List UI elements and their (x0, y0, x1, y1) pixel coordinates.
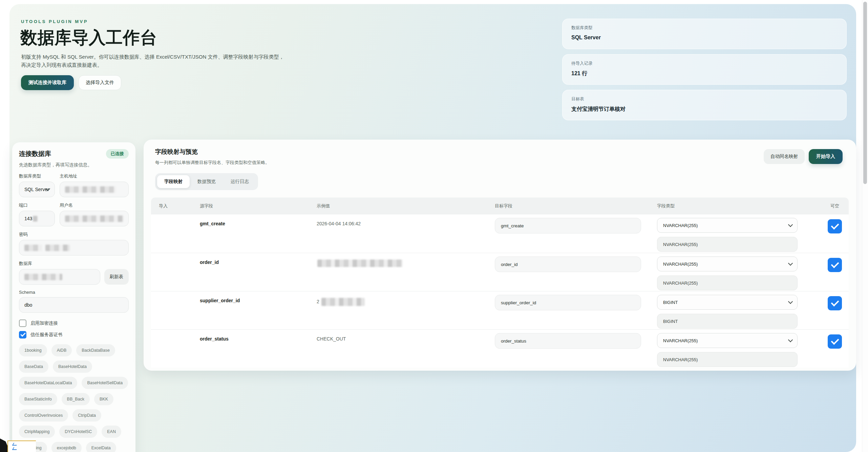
field-type-select[interactable]: NVARCHAR(255) (657, 333, 798, 348)
table-row: order_id order_id NVARCHAR(255) NVARCHAR… (151, 253, 849, 291)
sample-value: CHECK_OUT (317, 336, 346, 342)
db-type-select[interactable]: SQL Server (19, 182, 55, 197)
schema-input[interactable]: dbo (19, 297, 129, 313)
port-input[interactable]: 143 (19, 211, 55, 226)
table-name-chip[interactable]: BackDataBase (76, 344, 115, 356)
stat-label: 目标表 (571, 96, 838, 102)
app-eyebrow: UTOOLS PLUGIN MVP (21, 19, 88, 24)
auto-map-button[interactable]: 自动同名映射 (764, 149, 805, 164)
tab[interactable]: 字段映射 (157, 175, 190, 188)
scrollbar-track[interactable] (862, 0, 868, 452)
database-input[interactable] (19, 269, 100, 285)
tab[interactable]: 数据预览 (190, 175, 223, 188)
panel-title: 字段映射与预览 (155, 148, 270, 156)
check-icon (831, 298, 839, 306)
field-type-select[interactable]: NVARCHAR(255) (657, 218, 798, 233)
corner-glyph-icon (12, 447, 18, 450)
table-body: gmt_create 2026-04-04 14:06:42 gmt_creat… (151, 214, 849, 368)
stat-label: 数据库类型 (571, 25, 838, 31)
stat-card: 目标表 支付宝清明节订单核对 (562, 90, 847, 120)
page-background: UTOOLS PLUGIN MVP 数据库导入工作台 初版支持 MySQL 和 … (9, 4, 856, 452)
field-type-value: NVARCHAR(255) (663, 223, 698, 228)
stat-value: SQL Server (571, 35, 838, 41)
redacted-password-value (45, 245, 70, 251)
table-name-chip[interactable]: EAN (102, 426, 121, 438)
field-type-select[interactable]: NVARCHAR(255) (657, 256, 798, 271)
password-input[interactable] (19, 240, 129, 255)
check-icon (172, 335, 181, 343)
connection-option-row: 信任服务器证书 (19, 331, 129, 338)
nullable-checkbox[interactable] (828, 258, 842, 272)
target-field-value: supplier_order_id (501, 300, 536, 305)
field-type-select[interactable]: BIGINT (657, 295, 798, 310)
table-name-chip[interactable]: DYCnHotelSC (59, 426, 97, 438)
table-name-chip[interactable]: BaseData (19, 361, 48, 373)
redacted-password-value (24, 245, 42, 251)
table-name-chip[interactable]: BaseHotelDataLocalData (19, 377, 77, 389)
sample-value: 2 (317, 299, 319, 304)
check-icon (831, 260, 839, 268)
nullable-checkbox[interactable] (828, 296, 842, 310)
col-header-type: 字段类型 (657, 203, 821, 209)
source-field-name: supplier_order_id (200, 298, 317, 303)
password-label: 密码 (19, 231, 129, 238)
target-field-value: order_id (501, 262, 518, 267)
table-name-chip[interactable]: BaseHotelData (53, 361, 92, 373)
table-name-chip[interactable]: BaseHotelSellData (82, 377, 128, 389)
table-name-chip[interactable]: excejobdb (51, 442, 82, 452)
connected-status-badge: 已连接 (106, 149, 129, 159)
target-field-input[interactable]: order_id (495, 256, 641, 272)
checkbox-label: 启用加密连接 (30, 320, 58, 326)
target-field-input[interactable]: gmt_create (495, 218, 641, 233)
choose-file-button[interactable]: 选择导入文件 (79, 75, 121, 90)
connect-database-panel: 连接数据库 已连接 先选数据库类型，再填写连接信息。 数据库类型 SQL Ser… (12, 142, 135, 452)
database-label: 数据库 (19, 261, 129, 267)
table-name-chip[interactable]: CtripMapping (19, 426, 55, 438)
checkbox[interactable] (19, 320, 26, 327)
tab[interactable]: 运行日志 (224, 175, 256, 188)
table-name-chip[interactable]: BKK (94, 393, 113, 405)
checkbox-label: 信任服务器证书 (30, 332, 63, 338)
sidebar-title: 连接数据库 (19, 149, 51, 158)
redacted-host-value (65, 186, 116, 193)
host-input[interactable] (60, 182, 129, 197)
table-name-chip[interactable]: ControlOverInvoices (19, 409, 68, 422)
table-name-chip[interactable]: BaseStaticInfo (19, 393, 57, 405)
nullable-checkbox[interactable] (828, 334, 842, 349)
chevron-down-icon (788, 222, 793, 227)
scrollbar-thumb[interactable] (863, 2, 867, 184)
target-field-input[interactable]: order_status (495, 333, 641, 349)
field-type-readonly: NVARCHAR(255) (657, 352, 798, 367)
table-name-chip[interactable]: AiDB (51, 344, 72, 356)
field-mapping-panel: 字段映射与预览 每一列都可以单独调整目标字段名、字段类型和空值策略。 自动同名映… (144, 140, 856, 371)
nullable-checkbox[interactable] (828, 219, 842, 233)
checkbox[interactable] (19, 331, 26, 338)
target-field-input[interactable]: supplier_order_id (495, 295, 641, 310)
chevron-down-icon (788, 299, 793, 304)
target-field-value: gmt_create (501, 223, 524, 228)
refresh-tables-button[interactable]: 刷新表 (104, 269, 129, 285)
start-import-button[interactable]: 开始导入 (809, 149, 843, 164)
mapping-table: 导入 源字段 示例值 目标字段 字段类型 可空 gmt_create 2026-… (151, 198, 849, 368)
page-description: 初版支持 MySQL 和 SQL Server。你可以连接数据库、选择 Exce… (21, 53, 285, 69)
corner-glyph-icon (12, 443, 18, 446)
schema-value: dbo (24, 302, 32, 308)
sample-value: 2026-04-04 14:06:42 (317, 221, 361, 226)
table-name-chip[interactable]: BB_Back (62, 393, 90, 405)
stat-card: 数据库类型 SQL Server (562, 19, 847, 49)
col-header-sample: 示例值 (317, 203, 495, 209)
panel-subtitle: 每一列都可以单独调整目标字段名、字段类型和空值策略。 (155, 160, 270, 166)
table-row: supplier_order_id 2 supplier_order_id BI… (151, 291, 849, 329)
source-field-name: order_status (200, 336, 317, 342)
page-title: 数据库导入工作台 (20, 26, 157, 49)
test-connection-button[interactable]: 测试连接并读取库 (21, 75, 74, 90)
chevron-down-icon (788, 261, 793, 266)
table-name-chip[interactable]: ExcelData (86, 442, 116, 452)
username-input[interactable] (60, 211, 129, 226)
table-name-chip[interactable]: 1booking (19, 344, 47, 356)
field-type-readonly: BIGINT (657, 314, 798, 329)
connection-option-row: 启用加密连接 (19, 320, 129, 327)
redacted-sample-value (317, 260, 403, 267)
field-type-readonly: NVARCHAR(255) (657, 237, 798, 252)
table-name-chip[interactable]: CtripData (72, 409, 101, 422)
